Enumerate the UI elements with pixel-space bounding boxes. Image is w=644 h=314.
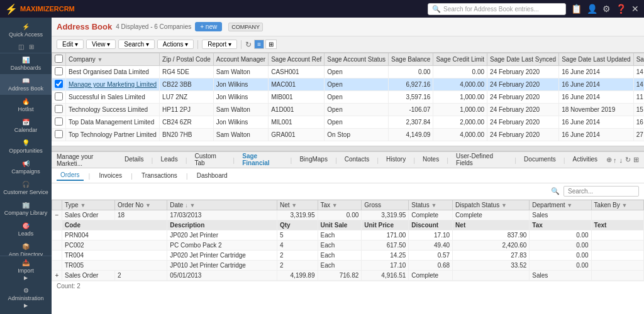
cell-synced: 24 February 2020 <box>487 91 559 104</box>
global-search-bar[interactable]: 🔍 Search for Address Book entries... <box>428 3 566 15</box>
table-row[interactable]: Successful in Sales Limited LU7 2NZ Jon … <box>52 91 645 104</box>
row-checkbox[interactable] <box>55 130 63 138</box>
top-navbar: ⚡ MAXIMIZERCRM 🔍 Search for Address Book… <box>0 0 644 18</box>
row-checkbox[interactable] <box>55 105 63 113</box>
sidebar-icon-2[interactable]: ⊞ <box>29 43 34 50</box>
settings-icon[interactable]: ⚙ <box>602 4 611 14</box>
cell-synced: 24 February 2020 <box>487 116 559 129</box>
table-row[interactable]: Manage your Marketing Limited CB22 3BB J… <box>52 78 645 91</box>
line-item: TR005 JP010 Jet Printer Cartridge 2 Each… <box>52 261 644 271</box>
tab-history[interactable]: History <box>381 153 411 166</box>
sub-tab-dashboard[interactable]: Dashboard <box>193 171 231 180</box>
user-icon[interactable]: 👤 <box>587 4 597 14</box>
sidebar-item-campaigns[interactable]: 📢 Campaigns <box>0 157 52 178</box>
sidebar-icon-1[interactable]: ◫ <box>18 43 24 50</box>
horizontal-scrollbar[interactable] <box>52 146 644 151</box>
sub-tab-transactions[interactable]: Transactions <box>138 171 181 180</box>
notifications-icon[interactable]: 📋 <box>571 4 582 14</box>
company-library-icon: 🏢 <box>22 202 30 208</box>
col-header-zip: Zip / Postal Code <box>160 53 214 66</box>
cell-order-no: 2 <box>115 271 167 281</box>
expand-icon[interactable]: + <box>52 271 62 281</box>
up-icon[interactable]: ↑ <box>613 156 617 164</box>
detail-more-icon[interactable]: ⊞ <box>633 156 639 164</box>
help-icon[interactable]: ❓ <box>616 4 626 14</box>
cell-li-text <box>591 251 643 261</box>
view-button[interactable]: View ▾ <box>86 40 116 49</box>
actions-button[interactable]: Actions ▾ <box>157 40 194 49</box>
sidebar-quick-access[interactable]: ⚡ Quick Access <box>0 20 52 41</box>
tab-contacts[interactable]: Contacts <box>340 153 374 166</box>
expand-icon[interactable]: − <box>52 210 62 220</box>
order-row[interactable]: + Sales Order 2 05/01/2013 4,199.89 716.… <box>52 271 644 281</box>
search-button[interactable]: Search ▾ <box>118 40 154 49</box>
cell-ref: MAC001 <box>269 78 325 91</box>
grid-view-button[interactable]: ⊞ <box>265 40 277 49</box>
tab-details[interactable]: Details <box>119 153 149 166</box>
cell-manager: Sam Walton <box>213 129 268 141</box>
tab-leads[interactable]: Leads <box>155 153 182 166</box>
detail-refresh-icon[interactable]: ↻ <box>625 156 631 164</box>
cell-ref: GRA001 <box>269 129 325 141</box>
orders-search-input[interactable] <box>564 186 639 197</box>
orders-col-department: Department ▼ <box>530 200 591 210</box>
sidebar-item-customer-service[interactable]: 🎧 Customer Service <box>0 178 52 198</box>
logo-icon: ⚡ <box>5 3 18 15</box>
tab-documents[interactable]: Documents <box>519 153 561 166</box>
select-all-checkbox[interactable] <box>55 55 63 63</box>
col-header-synced: Sage Date Last Synced <box>487 53 559 66</box>
close-icon[interactable]: ✕ <box>631 4 639 14</box>
toolbar-divider-2 <box>241 40 242 49</box>
row-checkbox[interactable] <box>55 117 63 126</box>
sidebar-item-company-library[interactable]: 🏢 Company Library <box>0 198 52 219</box>
order-row[interactable]: − Sales Order 18 17/03/2013 3,319.95 0.0… <box>52 210 644 220</box>
down-icon[interactable]: ↓ <box>619 156 623 164</box>
row-checkbox[interactable] <box>55 92 63 100</box>
sidebar-item-address-book[interactable]: 📖 Address Book <box>0 74 52 95</box>
table-row[interactable]: Top Data Management Limited CB24 6ZR Jon… <box>52 116 645 129</box>
edit-button[interactable]: Edit ▾ <box>57 40 84 49</box>
table-row[interactable]: Top Technology Partner Limited BN20 7HB … <box>52 129 645 141</box>
sub-tab-orders[interactable]: Orders <box>57 170 84 181</box>
cell-updated: 16 June 2014 <box>559 78 634 91</box>
sub-tab-invoices[interactable]: Invoices <box>95 171 126 180</box>
cell-li-unit-sale: Each <box>318 241 362 251</box>
list-view-button[interactable]: ≡ <box>254 40 264 49</box>
orders-col-tax: Tax ▼ <box>318 200 362 210</box>
tab-user-defined-fields[interactable]: User-Defined Fields <box>451 150 512 170</box>
row-checkbox[interactable] <box>55 80 63 88</box>
sidebar-label-dashboards: Dashboards <box>11 65 42 71</box>
tab-add-icon[interactable]: ⊕ <box>606 156 612 164</box>
tab-sage-financial[interactable]: Sage Financial <box>237 150 287 170</box>
cell-order-dispatch <box>453 271 530 281</box>
campaigns-icon: 📢 <box>22 160 30 167</box>
orders-col-type: Type ▼ <box>62 200 115 210</box>
tab-bing-maps[interactable]: BingMaps <box>294 153 332 166</box>
li-col-unit-price: Unit Price <box>362 220 409 230</box>
sidebar-item-import[interactable]: 📥 Import ▶ <box>0 256 52 284</box>
col-header-company: Company ▼ <box>66 53 160 66</box>
sidebar-item-leads[interactable]: 🎯 Leads <box>0 219 52 240</box>
cell-balance: 6,927.16 <box>389 78 433 91</box>
sidebar-item-hotlist[interactable]: 🔥 Hotlist <box>0 95 52 116</box>
tab-notes[interactable]: Notes <box>418 153 444 166</box>
sidebar-item-calendar[interactable]: 📅 Calendar <box>0 116 52 136</box>
sidebar-item-dashboards[interactable]: 📊 Dashboards <box>0 53 52 74</box>
toolbar: Edit ▾ View ▾ Search ▾ Actions ▾ Report … <box>52 36 644 53</box>
row-checkbox[interactable] <box>55 67 63 75</box>
col-header-manager: Account Manager <box>213 53 268 66</box>
sidebar-item-administration[interactable]: ⚙ Administration ▶ <box>0 284 52 311</box>
sidebar-item-opportunities[interactable]: 💡 Opportunities <box>0 136 52 157</box>
tab-activities[interactable]: Activities <box>568 153 602 166</box>
new-button[interactable]: + new <box>195 22 222 31</box>
cell-li-desc: JP020 Jet Printer <box>167 230 277 241</box>
table-row[interactable]: Best Organised Data Limited RG4 5DE Sam … <box>52 66 645 78</box>
refresh-icon[interactable]: ↻ <box>245 40 252 49</box>
report-button[interactable]: Report ▾ <box>202 40 237 49</box>
sidebar-item-app-directory[interactable]: 📦 App Directory <box>0 240 52 256</box>
cell-li-net: 33.52 <box>453 261 530 271</box>
table-row[interactable]: Technology Success Limited HP11 2PJ Sam … <box>52 104 645 116</box>
tab-custom-tab[interactable]: Custom Tab <box>190 150 231 170</box>
li-col-text: Text <box>591 220 643 230</box>
line-item: TR004 JP020 Jet Printer Cartridge 2 Each… <box>52 251 644 261</box>
